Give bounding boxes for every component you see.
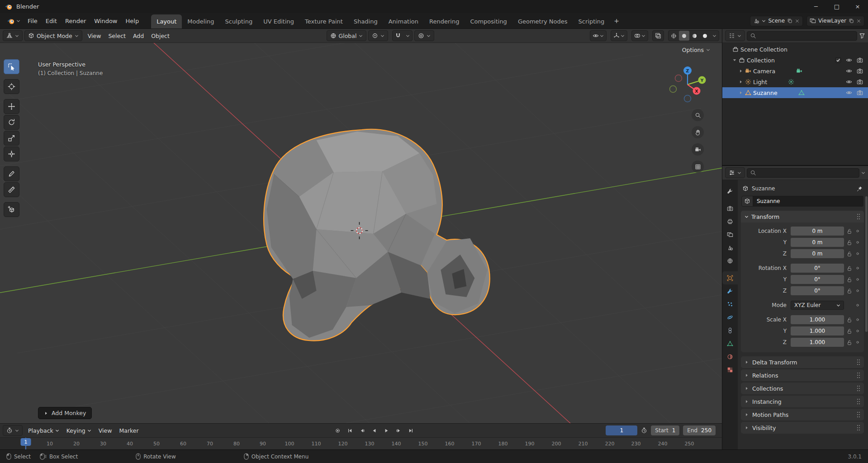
outliner-row-scene-collection[interactable]: Scene Collection (722, 44, 868, 55)
properties-tab-modifiers[interactable] (722, 284, 738, 298)
properties-tab-output[interactable] (722, 215, 738, 228)
menu-edit[interactable]: Edit (42, 16, 61, 26)
number-field-scale-x[interactable]: 1.000 (791, 315, 844, 324)
outliner-editor-type-button[interactable] (725, 30, 745, 41)
mode-selector[interactable]: Object Mode (24, 30, 82, 41)
drag-handle-icon[interactable] (857, 398, 860, 405)
frame-start-field[interactable]: Start 1 (651, 425, 679, 435)
timeline-menu-keying[interactable]: Keying (63, 426, 95, 435)
properties-tab-physics[interactable] (722, 311, 738, 324)
properties-tab-tool[interactable] (722, 184, 738, 198)
workspace-tab-modeling[interactable]: Modeling (182, 14, 219, 28)
blender-menu-button[interactable] (4, 16, 24, 26)
filter-icon[interactable] (859, 33, 865, 39)
transform-orientation-dropdown[interactable]: Global (327, 30, 367, 41)
add-workspace-button[interactable]: + (610, 15, 623, 26)
jump-to-end-button[interactable] (405, 425, 416, 435)
outliner-search-input[interactable] (747, 31, 857, 41)
show-overlays-dropdown[interactable] (632, 31, 648, 41)
panel-delta-transform[interactable]: Delta Transform (741, 356, 864, 368)
viewport-menu-view[interactable]: View (84, 31, 105, 41)
tool-transform[interactable] (4, 146, 19, 161)
shading-rendered-button[interactable] (700, 31, 710, 41)
viewlayer-selector[interactable]: ViewLayer (806, 16, 864, 26)
preview-range-icon[interactable] (641, 427, 647, 434)
tool-add-cube[interactable] (4, 202, 19, 217)
tool-cursor[interactable] (4, 79, 19, 94)
workspace-tab-shading[interactable]: Shading (348, 14, 383, 28)
snap-settings-dropdown[interactable] (403, 31, 412, 41)
pan-button[interactable] (692, 126, 704, 138)
scene-selector[interactable]: Scene (750, 16, 803, 26)
properties-tab-material[interactable] (722, 350, 738, 363)
timeline-menu-playback[interactable]: Playback (24, 426, 63, 435)
proportional-edit-dropdown[interactable] (414, 30, 434, 41)
properties-tab-data[interactable] (722, 337, 738, 350)
transform-panel-header[interactable]: Transform (741, 211, 864, 222)
rotation-mode-dropdown[interactable]: XYZ Euler (791, 301, 844, 310)
zoom-button[interactable] (692, 109, 704, 121)
workspace-tab-geometry-nodes[interactable]: Geometry Nodes (512, 14, 573, 28)
viewport-menu-select[interactable]: Select (104, 31, 129, 41)
tool-annotate[interactable] (4, 166, 19, 181)
object-name-field[interactable]: Suzanne (753, 196, 863, 207)
workspace-tab-uv-editing[interactable]: UV Editing (258, 14, 299, 28)
unlink-icon[interactable] (856, 19, 861, 24)
properties-search-input[interactable] (747, 168, 859, 178)
number-field-y[interactable]: 0° (791, 275, 844, 284)
viewport-menu-object[interactable]: Object (147, 31, 173, 41)
tool-rotate[interactable] (4, 115, 19, 130)
outliner-row-camera[interactable]: Camera (722, 66, 868, 76)
panel-collections[interactable]: Collections (741, 383, 864, 394)
unlink-icon[interactable] (795, 19, 800, 24)
copy-icon[interactable] (787, 18, 792, 24)
show-gizmo-dropdown[interactable] (611, 31, 627, 41)
workspace-tab-scripting[interactable]: Scripting (573, 14, 610, 28)
workspace-tab-texture-paint[interactable]: Texture Paint (299, 14, 348, 28)
number-field-y[interactable]: 0 m (791, 238, 844, 247)
properties-tab-scene[interactable] (722, 241, 738, 254)
viewport-3d[interactable]: User Perspective (1) Collection | Suzann… (0, 43, 722, 423)
properties-tab-view-layer[interactable] (722, 228, 738, 241)
properties-scrollbar[interactable] (865, 196, 868, 332)
navigation-gizmo[interactable]: Z Y X (669, 66, 707, 104)
play-reverse-button[interactable] (369, 425, 379, 435)
properties-editor-type-button[interactable] (725, 167, 745, 178)
shading-settings-dropdown[interactable] (710, 31, 719, 41)
drag-handle-icon[interactable] (857, 372, 860, 378)
pin-icon[interactable] (857, 186, 863, 192)
number-field-y[interactable]: 1.000 (791, 326, 844, 335)
next-keyframe-button[interactable] (393, 425, 404, 435)
id-type-button[interactable] (741, 196, 753, 207)
shading-solid-button[interactable] (679, 31, 689, 41)
record-button[interactable] (332, 425, 343, 435)
pivot-point-dropdown[interactable] (368, 30, 388, 41)
tool-measure[interactable] (4, 182, 19, 197)
chevron-down-icon[interactable] (861, 171, 865, 175)
number-field-z[interactable]: 0 m (791, 249, 844, 258)
maximize-button[interactable]: □ (826, 0, 847, 13)
current-frame-field[interactable]: 1 (606, 425, 637, 435)
xray-toggle[interactable] (653, 31, 664, 41)
panel-motion-paths[interactable]: Motion Paths (741, 409, 864, 420)
number-field-location-x[interactable]: 0 m (791, 227, 844, 236)
drag-handle-icon[interactable] (857, 425, 860, 431)
suzanne-object[interactable] (264, 129, 490, 341)
menu-window[interactable]: Window (90, 16, 121, 26)
properties-tab-particles[interactable] (722, 298, 738, 311)
tool-select-box[interactable] (4, 59, 19, 74)
snap-toggle[interactable] (393, 31, 403, 41)
shading-wireframe-button[interactable] (669, 31, 679, 41)
properties-tab-object[interactable] (722, 271, 738, 284)
outliner-row-collection[interactable]: Collection (722, 55, 868, 66)
workspace-tab-rendering[interactable]: Rendering (424, 14, 465, 28)
drag-handle-icon[interactable] (857, 411, 860, 418)
menu-file[interactable]: File (24, 16, 42, 26)
properties-tab-render[interactable] (722, 202, 738, 215)
panel-relations[interactable]: Relations (741, 369, 864, 381)
timeline-menu-view[interactable]: View (95, 426, 116, 435)
toggle-projection-button[interactable] (692, 161, 704, 173)
drag-handle-icon[interactable] (857, 359, 860, 365)
timeline-ruler[interactable]: 1 10203040506070809010011012013014015016… (0, 438, 722, 449)
copy-icon[interactable] (849, 18, 854, 24)
